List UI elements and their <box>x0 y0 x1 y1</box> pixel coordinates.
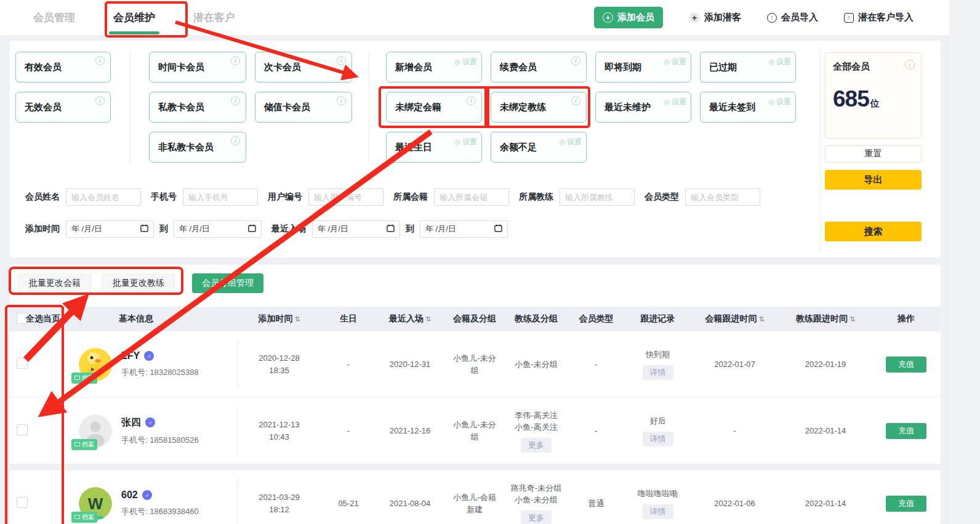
header-label: 生日 <box>340 313 357 323</box>
filter-私教卡会员[interactable]: 私教卡会员i <box>149 92 246 123</box>
settings-label: 设置 <box>462 137 477 147</box>
settings-tag[interactable]: ◎设置 <box>768 97 791 107</box>
filter-未绑定教练[interactable]: 未绑定教练i <box>491 92 587 123</box>
row-checkbox[interactable] <box>17 497 28 508</box>
calendar-icon <box>140 224 148 234</box>
archive-badge: 档案 <box>71 512 97 523</box>
input-所属教练[interactable] <box>560 188 635 206</box>
input-所属会籍[interactable] <box>434 188 509 206</box>
archive-card-icon <box>74 376 80 380</box>
info-icon: i <box>905 60 915 70</box>
添加时间-date-end-input[interactable]: 年 /月/日 <box>174 220 262 238</box>
sort-icon[interactable]: ⇅ <box>294 315 300 323</box>
settings-tag[interactable]: ◎设置 <box>768 57 791 67</box>
recharge-button[interactable]: 充值 <box>886 496 926 512</box>
add-member-button[interactable]: + 添加会员 <box>594 7 663 28</box>
filter-时间卡会员[interactable]: 时间卡会员i <box>149 52 246 83</box>
prospect-import-button[interactable]: ↑ 潜在客户导入 <box>844 12 914 23</box>
filter-续费会员[interactable]: 续费会员i <box>491 52 587 83</box>
export-button[interactable]: 导出 <box>825 170 922 190</box>
tab-潜在客户[interactable]: 潜在客户 <box>191 0 238 36</box>
table-row: W档案602♂手机号: 186839384602021-03-2918:1205… <box>10 470 941 524</box>
member-name[interactable]: ZFY <box>121 350 140 361</box>
member-import-label: 会员导入 <box>781 12 818 23</box>
panel-divider <box>820 48 821 251</box>
header-会员类型: 会员类型 <box>567 313 625 324</box>
header-添加时间[interactable]: 添加时间⇅ <box>238 313 321 324</box>
added-date: 2021-03-29 <box>238 491 321 504</box>
add-member-label: 添加会员 <box>617 12 654 23</box>
settings-tag[interactable]: ◎设置 <box>664 57 686 67</box>
input-会员姓名[interactable] <box>66 188 141 206</box>
tab-会员维护[interactable]: 会员维护 <box>111 0 158 36</box>
input-手机号[interactable] <box>183 188 258 206</box>
filter-最近生日[interactable]: 最近生日◎设置 <box>386 132 482 163</box>
filter-次卡会员[interactable]: 次卡会员i <box>255 52 352 83</box>
plus-circle-icon: + <box>689 12 700 23</box>
filter-余额不足[interactable]: 余额不足◎设置 <box>491 132 587 163</box>
filter-无效会员[interactable]: 无效会员i <box>15 92 111 123</box>
member-name[interactable]: 张四 <box>121 416 141 429</box>
row-separator-gap <box>10 464 941 470</box>
settings-tag[interactable]: ◎设置 <box>559 137 582 147</box>
follow-details-button[interactable]: 详情 <box>643 504 673 519</box>
最近入场-date-end-input[interactable]: 年 /月/日 <box>420 220 508 238</box>
recharge-button[interactable]: 充值 <box>886 423 926 439</box>
header-label: 会籍及分组 <box>453 313 496 323</box>
search-button[interactable]: 搜索 <box>825 222 922 241</box>
member-group-manage-button[interactable]: 会员分组管理 <box>192 273 263 293</box>
filter-已过期[interactable]: 已过期◎设置 <box>700 52 796 83</box>
settings-tag[interactable]: ◎设置 <box>454 57 477 67</box>
settings-tag[interactable]: ◎设置 <box>454 137 477 147</box>
filter-即将到期[interactable]: 即将到期◎设置 <box>595 52 691 83</box>
filter-最近未签到[interactable]: 最近未签到◎设置 <box>700 92 796 123</box>
added-clock: 18:35 <box>238 365 321 377</box>
header-最近入场[interactable]: 最近入场⇅ <box>376 313 444 324</box>
tab-会员管理[interactable]: 会员管理 <box>31 0 78 36</box>
header-教练及分组: 教练及分组 <box>505 313 567 324</box>
filter-非私教卡会员[interactable]: 非私教卡会员i <box>149 132 246 163</box>
batch-change-coach-button[interactable]: 批量更改教练 <box>102 274 175 292</box>
input-会员类型[interactable] <box>685 188 760 206</box>
batch-change-membership-button[interactable]: 批量更改会籍 <box>18 274 91 292</box>
reset-button[interactable]: 重置 <box>825 145 922 163</box>
coach-line: 小鱼-未分组 <box>505 358 567 371</box>
add-prospect-button[interactable]: + 添加潜客 <box>689 12 741 23</box>
page-right-gutter <box>949 0 980 524</box>
input-用户编号[interactable] <box>308 188 384 206</box>
search-form: 会员姓名手机号用户编号所属会籍所属教练会员类型 添加时间年 /月/日到年 /月/… <box>15 188 941 238</box>
header-会籍跟进时间[interactable]: 会籍跟进时间⇅ <box>690 313 779 324</box>
recharge-button[interactable]: 充值 <box>886 357 926 373</box>
search-form-row-2: 添加时间年 /月/日到年 /月/日最近入场年 /月/日到年 /月/日 <box>15 220 941 238</box>
filter-有效会员[interactable]: 有效会员i <box>15 52 111 83</box>
follow-details-button[interactable]: 详情 <box>643 432 673 446</box>
follow-details-button[interactable]: 详情 <box>643 365 673 380</box>
male-gender-icon: ♂ <box>142 490 152 500</box>
filter-新增会员[interactable]: 新增会员◎设置 <box>386 52 482 83</box>
top-nav: 会员管理会员维护潜在客户 + 添加会员 + 添加潜客 ↑ 会员导入 ↑ 潜在客户… <box>0 0 949 36</box>
membership-follow-time-cell: 2022-01-06 <box>690 498 779 510</box>
row-checkbox[interactable] <box>17 358 28 369</box>
filter-最近未维护[interactable]: 最近未维护◎设置 <box>595 92 691 123</box>
filter-未绑定会籍[interactable]: 未绑定会籍i <box>386 92 482 123</box>
filter-储值卡会员[interactable]: 储值卡会员i <box>255 92 352 123</box>
member-import-button[interactable]: ↑ 会员导入 <box>767 12 818 23</box>
最近入场-date-start-input[interactable]: 年 /月/日 <box>312 220 400 238</box>
coach-group-cell: 李伟-高关注小鱼-高关注更多 <box>505 409 567 453</box>
coach-more-button[interactable]: 更多 <box>521 438 552 453</box>
header-label: 基本信息 <box>119 313 153 323</box>
sort-icon[interactable]: ⇅ <box>849 315 855 323</box>
form-label-会员类型: 会员类型 <box>645 191 679 203</box>
添加时间-date-start-input[interactable]: 年 /月/日 <box>66 220 154 238</box>
member-name[interactable]: 602 <box>121 490 138 501</box>
last-entry-cell: 2021-12-16 <box>376 425 444 437</box>
sort-icon[interactable]: ⇅ <box>758 315 764 323</box>
header-label: 操作 <box>898 313 915 323</box>
row-checkbox[interactable] <box>17 424 28 435</box>
added-clock: 10:43 <box>238 431 321 443</box>
batch-actions-row: 批量更改会籍 批量更改教练 会员分组管理 <box>10 273 941 293</box>
sort-icon[interactable]: ⇅ <box>425 315 431 323</box>
header-教练跟进时间[interactable]: 教练跟进时间⇅ <box>779 313 872 324</box>
coach-more-button[interactable]: 更多 <box>521 510 552 524</box>
settings-tag[interactable]: ◎设置 <box>664 97 686 107</box>
